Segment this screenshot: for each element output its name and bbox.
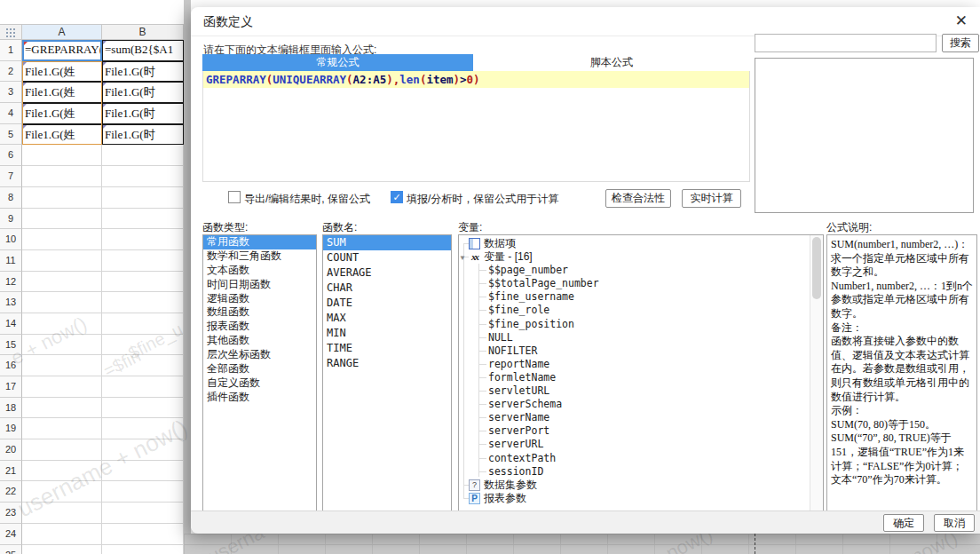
variable-node[interactable]: serverURL bbox=[459, 438, 809, 451]
variable-node[interactable]: 数据项 bbox=[459, 237, 809, 250]
realtime-calc-button[interactable]: 实时计算 bbox=[682, 189, 741, 208]
variable-node[interactable]: $fine_role bbox=[459, 304, 809, 317]
scrollbar-thumb[interactable] bbox=[812, 237, 821, 299]
check-validity-button[interactable]: 检查合法性 bbox=[605, 189, 671, 208]
cell-B18[interactable] bbox=[102, 398, 184, 419]
row-header-3[interactable]: 3 bbox=[0, 82, 22, 103]
cell-A6[interactable] bbox=[22, 145, 102, 166]
cell-A7[interactable] bbox=[22, 166, 102, 187]
cell-A3[interactable]: File1.G(姓 bbox=[22, 82, 102, 103]
function-type-item[interactable]: 层次坐标函数 bbox=[203, 348, 316, 362]
cell-B4[interactable]: File1.G(时 bbox=[102, 103, 184, 124]
cell-B10[interactable] bbox=[102, 229, 184, 250]
cell-A23[interactable] bbox=[22, 503, 102, 524]
cell-B19[interactable] bbox=[102, 418, 184, 439]
variable-node[interactable]: serverSchema bbox=[459, 398, 809, 411]
variable-node[interactable]: $fine_position bbox=[459, 318, 809, 331]
cell-B7[interactable] bbox=[102, 166, 184, 187]
variable-node[interactable]: $$totalPage_number bbox=[459, 277, 809, 290]
cell-A15[interactable] bbox=[22, 335, 102, 356]
function-name-item[interactable]: SUM bbox=[323, 235, 451, 250]
cell-B11[interactable] bbox=[102, 250, 184, 272]
cell-A13[interactable] bbox=[22, 292, 102, 313]
select-all-corner[interactable] bbox=[0, 24, 22, 40]
checkbox-keep-formula-export[interactable] bbox=[228, 191, 241, 203]
tab-script-formula[interactable]: 脚本公式 bbox=[473, 54, 750, 71]
function-name-item[interactable]: RANGE bbox=[323, 356, 451, 371]
cell-A21[interactable] bbox=[22, 461, 102, 482]
cell-A2[interactable]: File1.G(姓 bbox=[22, 61, 102, 83]
function-type-item[interactable]: 自定义函数 bbox=[203, 376, 316, 391]
row-header-11[interactable]: 11 bbox=[0, 250, 22, 272]
cell-B22[interactable] bbox=[102, 481, 184, 503]
row-header-5[interactable]: 5 bbox=[0, 124, 22, 146]
variable-node[interactable]: $$page_number bbox=[459, 264, 809, 277]
row-header-8[interactable]: 8 bbox=[0, 187, 22, 209]
cell-A1[interactable]: =GREPARRAY( bbox=[22, 40, 102, 61]
cell-A8[interactable] bbox=[22, 187, 102, 209]
variable-node[interactable]: serverPort bbox=[459, 424, 809, 438]
function-type-item[interactable]: 其他函数 bbox=[203, 334, 316, 348]
function-name-item[interactable]: MIN bbox=[323, 326, 451, 341]
expander-icon[interactable]: ▼ bbox=[459, 251, 466, 265]
cell-A9[interactable] bbox=[22, 209, 102, 230]
formula-editor[interactable]: GREPARRAY(UNIQUEARRAY(A2:A5),len(item)>0… bbox=[202, 71, 750, 182]
variable-node[interactable]: serverName bbox=[459, 411, 809, 424]
cell-A5[interactable]: File1.G(姓 bbox=[22, 124, 102, 146]
row-header-2[interactable]: 2 bbox=[0, 61, 22, 83]
cell-A4[interactable]: File1.G(姓 bbox=[22, 103, 102, 124]
cell-B3[interactable]: File1.G(时 bbox=[102, 82, 184, 103]
variable-node[interactable]: ?数据集参数 bbox=[459, 479, 809, 492]
variable-node[interactable]: NOFILTER bbox=[459, 344, 809, 358]
checkbox-keep-formula-fill[interactable]: ✓ bbox=[391, 191, 403, 203]
cell-B17[interactable] bbox=[102, 376, 184, 398]
cell-A25[interactable] bbox=[22, 545, 102, 554]
row-header-1[interactable]: 1 bbox=[0, 40, 22, 61]
function-type-item[interactable]: 逻辑函数 bbox=[203, 292, 316, 306]
cell-A24[interactable] bbox=[22, 524, 102, 545]
cell-A14[interactable] bbox=[22, 313, 102, 335]
variable-node[interactable]: $fine_username bbox=[459, 290, 809, 304]
cell-A17[interactable] bbox=[22, 376, 102, 398]
row-header-20[interactable]: 20 bbox=[0, 439, 22, 461]
function-name-item[interactable]: TIME bbox=[323, 341, 451, 356]
variable-node[interactable]: P报表参数 bbox=[459, 492, 809, 505]
row-header-14[interactable]: 14 bbox=[0, 313, 22, 335]
row-header-15[interactable]: 15 bbox=[0, 335, 22, 356]
function-type-item[interactable]: 数组函数 bbox=[203, 305, 316, 320]
row-header-17[interactable]: 17 bbox=[0, 376, 22, 398]
function-name-item[interactable]: MAX bbox=[323, 311, 451, 326]
variable-node[interactable]: contextPath bbox=[459, 452, 809, 465]
tab-regular-formula[interactable]: 常规公式 bbox=[202, 54, 473, 71]
function-type-item[interactable]: 插件函数 bbox=[203, 391, 316, 405]
cell-A10[interactable] bbox=[22, 229, 102, 250]
cell-B25[interactable] bbox=[102, 545, 184, 554]
function-name-item[interactable]: COUNT bbox=[323, 250, 451, 265]
row-header-4[interactable]: 4 bbox=[0, 103, 22, 124]
variable-node[interactable]: NULL bbox=[459, 331, 809, 344]
function-type-item[interactable]: 报表函数 bbox=[203, 320, 316, 334]
row-header-19[interactable]: 19 bbox=[0, 418, 22, 439]
row-header-12[interactable]: 12 bbox=[0, 272, 22, 293]
variable-node[interactable]: ▼xx变量 - [16] bbox=[459, 250, 809, 264]
row-header-16[interactable]: 16 bbox=[0, 355, 22, 376]
cell-A12[interactable] bbox=[22, 272, 102, 293]
cell-A19[interactable] bbox=[22, 418, 102, 439]
cell-B1[interactable]: =sum(B2{$A1 bbox=[102, 40, 184, 61]
search-button[interactable]: 搜索 bbox=[942, 34, 979, 52]
variable-node[interactable]: sessionID bbox=[459, 465, 809, 479]
formula-text[interactable]: GREPARRAY(UNIQUEARRAY(A2:A5),len(item)>0… bbox=[203, 71, 749, 88]
cell-B20[interactable] bbox=[102, 439, 184, 461]
cell-B14[interactable] bbox=[102, 313, 184, 335]
row-header-9[interactable]: 9 bbox=[0, 209, 22, 230]
cell-A16[interactable] bbox=[22, 355, 102, 376]
variable-node[interactable]: servletURL bbox=[459, 384, 809, 398]
function-type-item[interactable]: 全部函数 bbox=[203, 362, 316, 376]
cell-B13[interactable] bbox=[102, 292, 184, 313]
row-header-10[interactable]: 10 bbox=[0, 229, 22, 250]
function-type-item[interactable]: 常用函数 bbox=[203, 235, 316, 249]
function-name-item[interactable]: CHAR bbox=[323, 281, 451, 296]
function-type-item[interactable]: 数学和三角函数 bbox=[203, 249, 316, 264]
cell-A11[interactable] bbox=[22, 250, 102, 272]
column-header-b[interactable]: B bbox=[102, 24, 184, 40]
